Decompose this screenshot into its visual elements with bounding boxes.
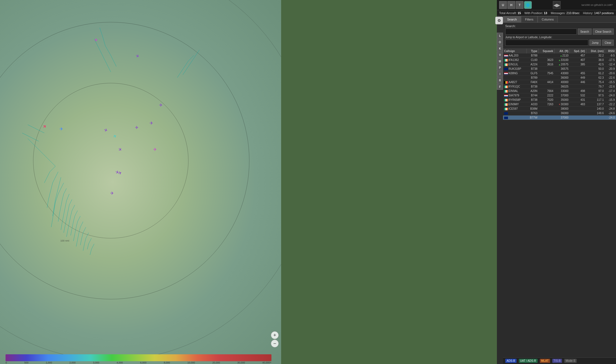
aircraft-1[interactable]: ✈: [94, 37, 98, 43]
cell-squawk: 3623: [538, 58, 554, 62]
table-row[interactable]: B77W37000-24.0: [503, 116, 616, 120]
aircraft-4[interactable]: ✈: [150, 121, 153, 126]
legend-modes[interactable]: Mode-S: [564, 359, 577, 363]
zoom-out-button[interactable]: −: [271, 340, 279, 347]
legend-adsb[interactable]: ADS-B: [505, 359, 517, 363]
cell-callsign: IFA1362: [503, 58, 527, 62]
aircraft-7[interactable]: ✈: [60, 126, 63, 132]
col-rssi[interactable]: RSSI: [605, 49, 616, 53]
table-row[interactable]: SIA7979B74422223700053297.5-24.0: [503, 93, 616, 98]
table-row[interactable]: EIN1ULA21N3616▲2057538542.5-12.4: [503, 62, 616, 67]
legend-mlat[interactable]: MLAT: [540, 359, 550, 363]
cell-altitude: 33000: [555, 89, 570, 93]
flag-icon: [504, 108, 508, 110]
nav-u-button[interactable]: U: [499, 1, 507, 9]
cell-speed: 407: [569, 58, 586, 62]
col-type[interactable]: Type: [527, 49, 538, 53]
aircraft-5[interactable]: ✈: [135, 125, 138, 130]
cell-distance: 79.7: [586, 84, 605, 89]
total-aircraft-value: 15: [518, 11, 521, 15]
cell-callsign: RYR1QC: [503, 84, 527, 89]
table-row[interactable]: B76336000148.6-24.6: [503, 111, 616, 116]
col-spd[interactable]: Spd. (kt): [569, 49, 586, 53]
cell-callsign: [503, 76, 527, 80]
collapse-button[interactable]: ◀▶: [553, 1, 561, 9]
cell-altitude: ▲2110: [555, 53, 570, 58]
cell-callsign: ICE597: [503, 107, 527, 111]
with-position-label: With Position:: [524, 11, 543, 15]
cell-altitude: 35000: [555, 98, 570, 102]
side-letter-v[interactable]: V: [497, 52, 503, 58]
side-letter-p[interactable]: P: [497, 65, 503, 71]
cell-type: FA8X: [527, 80, 538, 84]
table-row[interactable]: B7893600044962.3-22.6: [503, 76, 616, 80]
table-row[interactable]: RUK31BPB7383657550.0-20.9: [503, 67, 616, 71]
cell-speed: [569, 111, 586, 116]
side-letter-o[interactable]: O: [497, 39, 503, 45]
jump-input[interactable]: [505, 40, 588, 46]
legend-tisb[interactable]: TIS-B: [552, 359, 562, 363]
cell-speed: 457: [569, 53, 586, 58]
table-row[interactable]: EIN9MYA3337263▼30300483137.7-22.2: [503, 102, 616, 107]
table-row[interactable]: ICE597B38M38000140.0-24.8: [503, 107, 616, 111]
table-row[interactable]: RYR1QCB7383602579.7-22.6: [503, 84, 616, 89]
nav-globe-button[interactable]: 🌐: [524, 1, 532, 9]
nav-h-button[interactable]: H: [507, 1, 515, 9]
aircraft-11[interactable]: ✈: [153, 147, 157, 152]
cell-squawk: 4414: [538, 80, 554, 84]
clear-search-button[interactable]: Clear Search: [593, 29, 614, 35]
side-letter-f[interactable]: F: [497, 84, 503, 90]
map-container[interactable]: 100 nmi: [0, 0, 281, 364]
cell-rssi: -12.4: [605, 62, 616, 67]
cell-callsign: SIA7979: [503, 93, 527, 98]
table-row[interactable]: IFA1362CL603623▲3310040738.0-17.5: [503, 58, 616, 62]
cell-squawk: [538, 67, 554, 71]
side-letter-k[interactable]: K: [497, 45, 503, 52]
aircraft-14[interactable]: ✈: [110, 191, 114, 196]
cell-distance: 97.5: [586, 93, 605, 98]
messages-value: 210.8/sec: [566, 11, 580, 15]
tab-columns[interactable]: Columns: [538, 16, 558, 22]
jump-button[interactable]: Jump: [589, 40, 601, 46]
search-button[interactable]: Search: [578, 29, 592, 35]
col-dist[interactable]: Dist. (nm): [586, 49, 605, 53]
flag-icon: [504, 90, 508, 93]
cell-squawk: [538, 116, 554, 120]
cell-type: A20N: [527, 89, 538, 93]
col-alt[interactable]: Alt. (ft): [555, 49, 570, 53]
cell-speed: 532: [569, 93, 586, 98]
table-row[interactable]: AAB27FA8X44144000044675.4-15.5: [503, 80, 616, 84]
legend-bar: ADS-B UAT / ADS-R MLAT TIS-B Mode-S: [503, 357, 616, 364]
col-squawk[interactable]: Squawk: [538, 49, 554, 53]
cell-rssi: -22.6: [605, 76, 616, 80]
table-row[interactable]: AAL203B788▲211045732.2-9.5: [503, 53, 616, 58]
nav-t-button[interactable]: T: [516, 1, 523, 9]
table-row[interactable]: RYR658PB738702035000431117.1-15.9: [503, 98, 616, 102]
table-row[interactable]: N38NGGLF575454300045561.2-20.6: [503, 71, 616, 76]
aircraft-3[interactable]: ✈: [159, 102, 163, 108]
cell-speed: [569, 107, 586, 111]
side-letter-l[interactable]: L: [497, 33, 503, 39]
col-callsign[interactable]: Callsign: [503, 49, 527, 53]
jump-row: Jump to Airport or Latitude, Longitude:: [505, 36, 614, 39]
cell-squawk: 3616: [538, 62, 554, 67]
clear-jump-button[interactable]: Clear: [602, 40, 614, 46]
table-row[interactable]: EIN9ALA20N76643300049897.0-17.4: [503, 89, 616, 93]
side-letter-m[interactable]: M: [497, 58, 503, 64]
right-panel: U H T 🌐 ◀▶ tar1090 on github/3.14.168? T…: [497, 0, 616, 364]
legend-uat-adsr[interactable]: UAT / ADS-R: [519, 359, 538, 363]
side-letter-i[interactable]: I: [497, 71, 503, 77]
flag-icon: [504, 94, 508, 97]
zoom-in-button[interactable]: +: [271, 331, 279, 339]
settings-button[interactable]: ⚙: [495, 17, 503, 24]
tab-filters[interactable]: Filters: [521, 16, 538, 22]
tab-search[interactable]: Search: [503, 16, 521, 22]
cell-type: B738: [527, 67, 538, 71]
cell-squawk: [538, 76, 554, 80]
search-input[interactable]: [505, 29, 577, 35]
aircraft-table-container[interactable]: Callsign Type Squawk Alt. (ft) Spd. (kt)…: [503, 49, 616, 357]
cell-type: A21N: [527, 62, 538, 67]
side-letter-r[interactable]: R: [497, 77, 503, 83]
cell-distance: 50.0: [586, 67, 605, 71]
version-link[interactable]: tar1090 on github/3.14.168?: [581, 4, 614, 6]
